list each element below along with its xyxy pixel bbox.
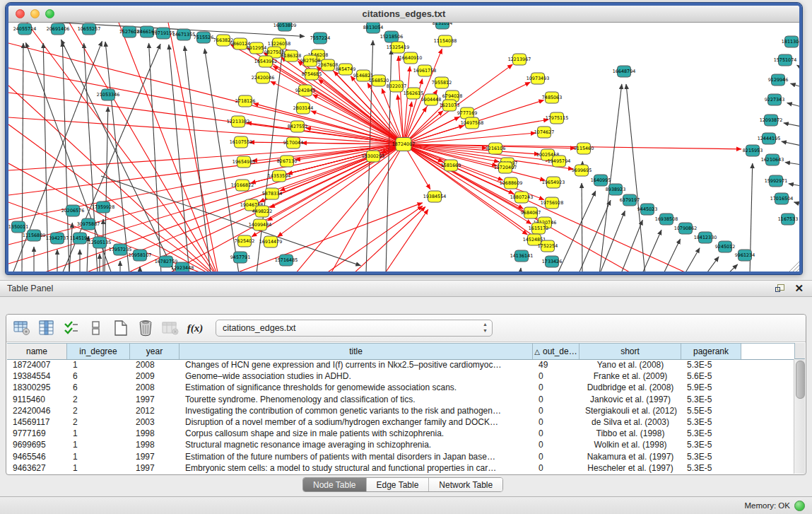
citation-edge-black[interactable] [684,248,700,271]
table-settings-icon[interactable] [13,320,31,337]
table-row[interactable]: 946362711997Embryonic stem cells: a mode… [7,462,794,474]
table-row[interactable]: 1872400712008Changes of HCN gene express… [7,359,794,370]
graph-node[interactable]: 10958107 [129,250,152,261]
new-table-icon[interactable] [112,320,130,337]
citation-edge-black[interactable] [620,220,642,271]
graph-node[interactable]: 2803144 [293,103,313,114]
column-header-pagerank[interactable]: pagerank [681,344,741,359]
graph-node[interactable]: 16961758 [413,65,437,76]
vertical-scrollbar[interactable] [794,359,805,474]
citation-edge-black[interactable] [642,230,661,271]
graph-node[interactable]: 9961234 [735,250,755,261]
graph-node[interactable]: 14136141 [510,250,534,262]
tab-node-table[interactable]: Node Table [303,478,367,491]
graph-node[interactable]: 19654923 [542,177,565,188]
graph-node[interactable]: 8215953 [743,145,763,156]
table-row[interactable]: 1938455462009Genome–wide association stu… [7,370,794,382]
graph-node[interactable]: 11154088 [434,35,457,47]
graph-node[interactable]: 19166822 [231,180,254,191]
graph-node[interactable]: 9115460 [574,143,594,154]
citation-edge-red[interactable] [324,206,423,271]
column-header-name[interactable]: name [7,344,67,359]
graph-node[interactable]: 16938508 [655,214,678,225]
graph-node[interactable]: 15325419 [387,42,410,53]
citation-edge-red[interactable] [168,23,219,271]
graph-node[interactable]: 1640995 [591,175,611,186]
graph-node[interactable]: 8131014 [433,23,452,29]
graph-node[interactable]: 9245012 [715,241,735,252]
memory-status-indicator[interactable] [794,501,805,511]
citation-edge-black[interactable] [782,141,799,146]
table-row[interactable]: 1456911722003Disruption of a novel membe… [7,416,794,428]
graph-node[interactable]: 19384554 [423,191,447,202]
row-height-icon[interactable] [87,320,105,337]
graph-node[interactable]: 20691406 [47,23,70,35]
graph-node[interactable]: 6379197 [620,194,640,206]
window-titlebar[interactable]: citations_edges.txt [8,6,799,23]
graph-node[interactable]: 1074627 [534,127,554,138]
tab-edge-table[interactable]: Edge Table [367,478,430,491]
citation-edge-red[interactable] [399,56,404,144]
citation-edge-black[interactable] [785,162,799,165]
graph-node[interactable]: 16210643 [761,154,784,165]
citation-edge-red[interactable] [8,86,219,271]
graph-node[interactable]: 16053809 [273,23,297,31]
graph-node[interactable]: 16648794 [613,66,636,77]
table-row[interactable]: 946554611997Estimation of the future num… [7,451,794,462]
graph-node[interactable]: 9457791 [230,252,250,263]
graph-node[interactable]: 9170044 [283,137,303,148]
graph-node[interactable]: 1811304 [782,36,799,47]
graph-node[interactable]: 1733426 [542,256,562,267]
citation-edge-red[interactable] [8,68,404,144]
graph-node[interactable]: 2718126 [235,95,255,107]
graph-node[interactable]: 9904448 [421,94,441,105]
resize-grip[interactable] [796,269,799,271]
graph-node[interactable]: 18412330 [694,232,717,243]
table-row[interactable]: 977716911998Corpus callosum shape and si… [7,428,794,439]
citation-edge-black[interactable] [149,43,161,271]
citation-graph[interactable]: 2405572420691406106552571527602846616010… [8,23,799,271]
graph-node[interactable]: 17975115 [546,112,569,124]
graph-node[interactable]: 12213967 [508,54,531,65]
graph-node[interactable]: 14671355 [172,29,196,40]
column-header-out_de[interactable]: △out_de… [533,344,579,359]
graph-node[interactable]: 10790862 [674,223,698,234]
citation-edge-red[interactable] [69,23,219,271]
network-canvas[interactable]: 2405572420691406106552571527602846616010… [8,23,799,271]
select-attributes-icon[interactable] [62,320,81,337]
graph-node[interactable]: 14099484 [249,219,272,230]
scrollbar-thumb[interactable] [796,361,805,399]
citation-edge-black[interactable] [794,202,799,204]
delete-attributes-icon[interactable] [136,320,155,337]
graph-node[interactable]: 9445023 [637,204,657,215]
graph-node[interactable]: 7515526 [194,32,213,43]
graph-node[interactable]: 8754685 [302,69,322,80]
graph-node[interactable]: 16914479 [259,236,283,247]
column-header-title[interactable]: title [180,344,533,359]
graph-node[interactable]: 8938923 [606,184,625,195]
graph-node[interactable]: 15218506 [380,31,404,42]
graph-node[interactable]: 1167533 [778,214,798,225]
citation-edge-black[interactable] [520,268,521,271]
citation-edge-black[interactable] [105,42,129,271]
graph-node[interactable]: 16640910 [399,52,423,64]
tab-network-table[interactable]: Network Table [429,478,502,491]
citation-edge-black[interactable] [784,123,799,127]
table-row[interactable]: 2242004622012Investigating the contribut… [7,405,794,416]
column-header-year[interactable]: year [130,344,180,359]
graph-node[interactable]: 1145194 [70,233,90,244]
table-row[interactable]: 969969511998Structural magnetic resonanc… [7,439,794,450]
graph-node[interactable]: 7557224 [310,33,330,44]
graph-node[interactable]: 24055724 [13,23,37,35]
graph-node[interactable]: 17016504 [770,193,794,204]
citation-edge-red[interactable] [119,23,219,271]
citation-edge-black[interactable] [726,264,738,271]
graph-node[interactable]: 9699695 [572,165,592,176]
citation-edge-black[interactable] [787,103,799,107]
citation-edge-black[interactable] [789,184,799,186]
graph-node[interactable]: 12213382 [227,116,250,127]
column-header-in_degree[interactable]: in_degree [67,344,130,359]
graph-node[interactable]: 7625402 [235,235,254,247]
graph-node[interactable]: 9684067 [521,207,541,218]
citation-edge-black[interactable] [791,83,799,87]
